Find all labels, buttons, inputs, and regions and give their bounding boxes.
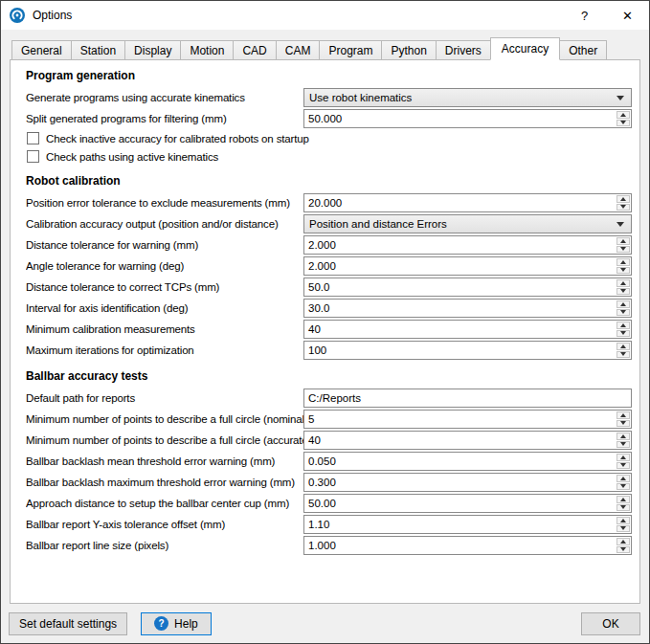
spin-up-icon[interactable] [616,475,630,482]
chevron-down-icon [616,222,624,227]
tab-cad[interactable]: CAD [233,40,276,59]
tab-display[interactable]: Display [124,40,181,59]
checkbox-label: Check inactive accuracy for calibrated r… [46,133,632,144]
approach-distance-center-cup-spinbox[interactable]: 50.00 [303,494,632,513]
min-points-circle-accurate-spinbox[interactable]: 40 [303,431,632,450]
form-row: Minimum number of points to describe a f… [26,430,632,451]
field-label: Split generated programs for filtering (… [26,113,303,124]
spin-down-icon[interactable] [616,483,630,491]
form-row: Distance tolerance to correct TCPs (mm) … [26,277,632,298]
tab-general[interactable]: General [11,40,72,59]
combo-selected-value: Position and distance Errors [304,218,616,230]
window-title: Options [33,9,563,22]
spin-up-icon[interactable] [616,411,630,419]
form-row: Ballbar report Y-axis tolerance offset (… [26,514,632,535]
tab-python[interactable]: Python [381,40,436,59]
tab-motion[interactable]: Motion [180,40,234,59]
check-paths-active-kinematics-checkbox[interactable] [27,150,39,163]
titlebar-close-button[interactable]: ✕ [606,1,649,30]
ok-button[interactable]: OK [581,612,640,635]
spin-down-icon[interactable] [616,288,630,296]
interval-axis-identification-spinbox[interactable]: 30.0 [303,299,632,318]
spin-up-icon[interactable] [616,300,630,308]
calibration-accuracy-output-combo[interactable]: Position and distance Errors [303,214,632,233]
spin-down-icon[interactable] [616,120,630,127]
section-heading-program-generation: Program generation [26,69,632,82]
spin-down-icon[interactable] [616,309,630,317]
split-programs-filtering-spinbox[interactable]: 50.000 [303,109,632,128]
tab-cam[interactable]: CAM [276,40,321,59]
help-button[interactable]: ? Help [141,612,212,635]
spin-down-icon[interactable] [616,204,630,211]
ballbar-report-line-size-spinbox[interactable]: 1.000 [303,536,632,555]
form-row: Minimum calibration measurements 40 [26,319,632,340]
spinbox-value: 2.000 [304,257,616,275]
spinbox-buttons [616,236,631,254]
spinbox-buttons [616,453,631,470]
angle-tolerance-warning-spinbox[interactable]: 2.000 [303,256,632,276]
spin-up-icon[interactable] [616,279,630,287]
spin-down-icon[interactable] [616,267,630,275]
titlebar-help-button[interactable]: ? [563,1,606,30]
maximum-iterations-optimization-spinbox[interactable]: 100 [303,341,632,360]
spin-up-icon[interactable] [616,454,630,461]
spin-up-icon[interactable] [616,538,630,545]
spin-down-icon[interactable] [616,525,630,533]
tab-drivers[interactable]: Drivers [436,40,491,59]
spinbox-buttons [616,194,631,211]
spinbox-value: 0.300 [304,474,616,491]
tab-accuracy[interactable]: Accuracy [490,37,560,60]
tab-other[interactable]: Other [559,40,607,59]
spin-down-icon[interactable] [616,246,630,254]
spin-up-icon[interactable] [616,322,630,329]
distance-tolerance-correct-tcps-spinbox[interactable]: 50.0 [303,278,632,297]
tab-content-pane: Program generation Generate programs usi… [10,59,640,604]
tab-station[interactable]: Station [71,40,125,59]
ballbar-backlash-max-threshold-spinbox[interactable]: 0.300 [303,473,632,492]
field-label: Maximum iterations for optimization [26,344,303,356]
set-default-settings-button[interactable]: Set default settings [9,612,127,635]
generate-programs-kinematics-combo[interactable]: Use robot kinematics [303,88,632,107]
min-points-circle-nominal-spinbox[interactable]: 5 [303,410,632,429]
spin-down-icon[interactable] [616,441,630,449]
spinbox-value: 2.000 [304,236,616,254]
spin-up-icon[interactable] [616,111,630,119]
form-row: Minimum number of points to describe a f… [26,409,632,430]
spin-down-icon[interactable] [616,462,630,470]
minimum-calibration-measurements-spinbox[interactable]: 40 [303,320,632,339]
form-row: Check paths using active kinematics [26,147,632,166]
spin-up-icon[interactable] [616,343,630,350]
form-row: Maximum iterations for optimization 100 [26,340,632,361]
spin-down-icon[interactable] [616,330,630,338]
section-heading-ballbar-accuracy-tests: Ballbar accuracy tests [26,369,632,383]
form-row: Interval for axis identification (deg) 3… [26,298,632,319]
field-label: Default path for reports [26,392,303,404]
spinbox-value: 40 [304,321,616,338]
check-inactive-accuracy-checkbox[interactable] [27,132,39,144]
form-row: Ballbar backlash mean threshold error wa… [26,451,632,472]
spinbox-buttons [616,278,631,296]
spin-down-icon[interactable] [616,504,630,512]
spin-down-icon[interactable] [616,420,630,428]
spinbox-value: 1.000 [304,537,616,554]
spin-up-icon[interactable] [616,195,630,203]
field-label: Distance tolerance for warning (mm) [26,239,303,251]
distance-tolerance-warning-spinbox[interactable]: 2.000 [303,235,632,255]
spin-up-icon[interactable] [616,517,630,524]
default-path-reports-input[interactable] [303,389,632,408]
spin-up-icon[interactable] [616,237,630,245]
ballbar-report-y-axis-offset-spinbox[interactable]: 1.10 [303,515,632,534]
field-label: Position error tolerance to exclude meas… [26,197,303,209]
spinbox-buttons [616,321,631,338]
spin-up-icon[interactable] [616,496,630,503]
spin-up-icon[interactable] [616,433,630,440]
ballbar-backlash-mean-threshold-spinbox[interactable]: 0.050 [303,452,632,471]
spinbox-value: 20.000 [304,194,616,211]
spin-up-icon[interactable] [616,258,630,266]
spinbox-buttons [616,516,631,533]
field-label: Interval for axis identification (deg) [26,302,303,314]
tab-program[interactable]: Program [319,40,382,59]
spin-down-icon[interactable] [616,546,630,554]
spin-down-icon[interactable] [616,351,630,359]
position-error-tolerance-spinbox[interactable]: 20.000 [303,193,632,212]
